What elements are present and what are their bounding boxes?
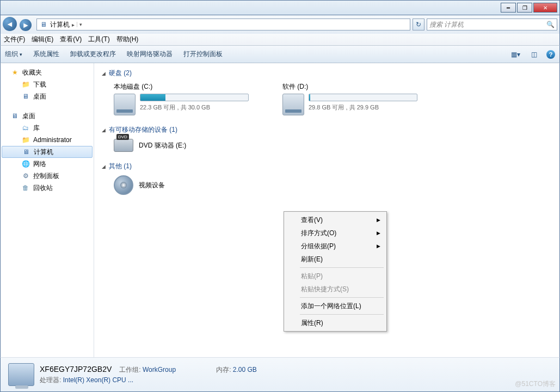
maximize-button[interactable]: ❐ — [517, 3, 532, 13]
menu-file[interactable]: 文件(F) — [4, 35, 25, 44]
favorites-root[interactable]: ★收藏夹 — [1, 66, 94, 78]
search-placeholder: 搜索 计算机 — [429, 20, 464, 29]
section-hdd[interactable]: ◢硬盘 (2) — [102, 69, 552, 78]
sidebar-network[interactable]: 🌐网络 — [1, 158, 94, 170]
command-bar: 组织 系统属性 卸载或更改程序 映射网络驱动器 打开控制面板 ▦▾ ◫ ? — [0, 46, 560, 63]
breadcrumb-sep-icon[interactable]: ▸ — [72, 22, 75, 28]
drive-c[interactable]: 本地磁盘 (C:) 22.3 GB 可用 , 共 30.0 GB — [114, 82, 250, 115]
ctx-sort[interactable]: 排序方式(O)▶ — [286, 226, 385, 240]
sidebar-desktop-fav[interactable]: 🖥桌面 — [1, 90, 94, 102]
explorer-body: ★收藏夹 📁下载 🖥桌面 🖥桌面 🗂库 📁Administrator 🖥计算机 … — [0, 63, 560, 357]
organize-button[interactable]: 组织 — [5, 50, 22, 59]
section-other[interactable]: ◢其他 (1) — [102, 162, 552, 171]
sidebar-downloads[interactable]: 📁下载 — [1, 78, 94, 90]
sidebar-administrator[interactable]: 📁Administrator — [1, 134, 94, 146]
menu-view[interactable]: 查看(V) — [60, 35, 82, 44]
menu-separator — [300, 267, 384, 268]
refresh-button[interactable]: ↻ — [413, 19, 424, 30]
drive-d[interactable]: 软件 (D:) 29.8 GB 可用 , 共 29.9 GB — [282, 82, 419, 115]
monitor-icon: 🖥 — [21, 92, 30, 101]
camera-icon — [114, 175, 133, 195]
navigation-bar: ◄ ► 🖥 计算机 ▸ ▾ ↻ 搜索 计算机 🔍 — [0, 15, 560, 34]
toolbar-control-panel[interactable]: 打开控制面板 — [183, 50, 223, 59]
ctx-add-network[interactable]: 添加一个网络位置(L) — [286, 299, 385, 313]
recycle-icon: 🗑 — [21, 183, 30, 192]
computer-icon: 🖥 — [39, 20, 48, 29]
star-icon: ★ — [10, 68, 19, 77]
menu-separator — [300, 297, 384, 298]
watermark: @51CTO博客 — [515, 379, 556, 389]
close-button[interactable]: ✕ — [533, 3, 557, 13]
usage-bar — [309, 94, 417, 101]
ctx-paste-shortcut: 粘贴快捷方式(S) — [286, 283, 385, 296]
toolbar-system-properties[interactable]: 系统属性 — [33, 50, 59, 59]
minimize-button[interactable]: ━ — [501, 3, 516, 13]
ctx-refresh[interactable]: 刷新(E) — [286, 253, 385, 266]
computer-large-icon — [8, 363, 34, 386]
menu-help[interactable]: 帮助(H) — [116, 35, 139, 44]
search-input[interactable]: 搜索 计算机 🔍 — [427, 19, 557, 30]
address-dropdown[interactable]: ▾ — [77, 22, 84, 27]
ctx-view[interactable]: 查看(V)▶ — [286, 213, 385, 226]
help-icon[interactable]: ? — [546, 50, 555, 59]
dvd-icon — [114, 139, 133, 152]
ctx-paste: 粘贴(P) — [286, 270, 385, 283]
monitor-icon: 🖥 — [10, 112, 19, 120]
disk-icon — [282, 94, 304, 115]
sidebar-libraries[interactable]: 🗂库 — [1, 122, 94, 134]
computer-icon: 🖥 — [22, 148, 30, 156]
submenu-arrow-icon: ▶ — [377, 243, 380, 249]
menu-bar: 文件(F) 编辑(E) 查看(V) 工具(T) 帮助(H) — [0, 34, 560, 46]
back-button[interactable]: ◄ — [3, 17, 17, 31]
library-icon: 🗂 — [21, 124, 30, 132]
drive-dvd[interactable]: DVD 驱动器 (E:) — [114, 139, 552, 152]
submenu-arrow-icon: ▶ — [377, 217, 380, 223]
user-icon: 📁 — [21, 136, 30, 144]
collapse-icon: ◢ — [102, 164, 106, 169]
usage-bar — [140, 94, 249, 101]
disk-icon — [114, 94, 136, 115]
window-titlebar: ━ ❐ ✕ — [0, 0, 560, 15]
menu-edit[interactable]: 编辑(E) — [32, 35, 53, 44]
navigation-pane: ★收藏夹 📁下载 🖥桌面 🖥桌面 🗂库 📁Administrator 🖥计算机 … — [1, 63, 94, 357]
breadcrumb-item[interactable]: 计算机 — [50, 20, 70, 29]
context-menu: 查看(V)▶ 排序方式(O)▶ 分组依据(P)▶ 刷新(E) 粘贴(P) 粘贴快… — [284, 211, 387, 332]
submenu-arrow-icon: ▶ — [377, 230, 380, 236]
device-video[interactable]: 视频设备 — [114, 175, 552, 195]
section-removable[interactable]: ◢有可移动存储的设备 (1) — [102, 125, 552, 134]
sidebar-computer[interactable]: 🖥计算机 — [2, 146, 93, 158]
network-icon: 🌐 — [21, 160, 30, 168]
folder-icon: 📁 — [21, 80, 30, 89]
ctx-group[interactable]: 分组依据(P)▶ — [286, 240, 385, 253]
menu-separator — [300, 314, 384, 315]
sidebar-control-panel[interactable]: ⚙控制面板 — [1, 170, 94, 182]
desktop-root[interactable]: 🖥桌面 — [1, 110, 94, 122]
search-icon: 🔍 — [546, 21, 555, 28]
preview-pane-button[interactable]: ◫ — [528, 48, 540, 60]
computer-name: XF6EGY7JP72GB2V — [40, 365, 112, 373]
view-options-button[interactable]: ▦▾ — [509, 48, 521, 60]
address-bar[interactable]: 🖥 计算机 ▸ ▾ — [36, 19, 410, 30]
collapse-icon: ◢ — [102, 127, 106, 133]
control-panel-icon: ⚙ — [21, 171, 30, 180]
ctx-properties[interactable]: 属性(R) — [286, 316, 385, 329]
nav-buttons: ◄ ► — [3, 17, 34, 32]
details-pane: XF6EGY7JP72GB2V 工作组: WorkGroup 内存: 2.00 … — [0, 357, 560, 392]
sidebar-recycle-bin[interactable]: 🗑回收站 — [1, 182, 94, 194]
collapse-icon: ◢ — [102, 71, 106, 76]
toolbar-map-drive[interactable]: 映射网络驱动器 — [127, 50, 173, 59]
menu-tools[interactable]: 工具(T) — [88, 35, 109, 44]
forward-button[interactable]: ► — [20, 19, 32, 31]
toolbar-uninstall[interactable]: 卸载或更改程序 — [70, 50, 116, 59]
